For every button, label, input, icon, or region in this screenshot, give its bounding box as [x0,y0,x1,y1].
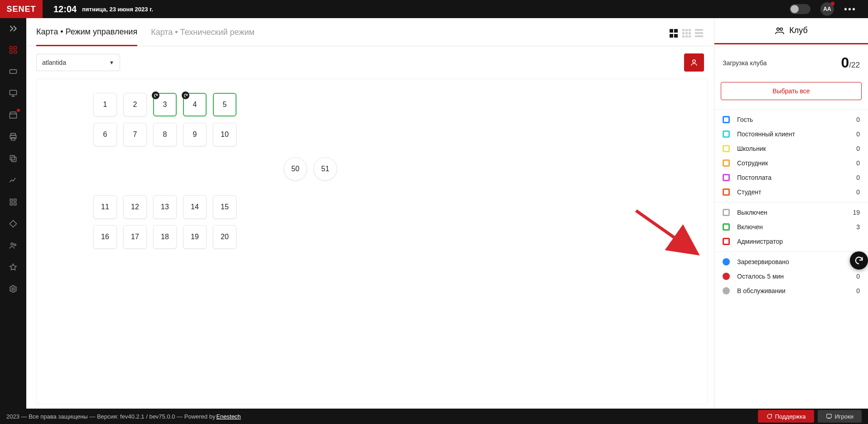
clock: 12:04 [53,4,77,14]
select-all-button[interactable]: Выбрать все [721,82,862,100]
seat-12[interactable]: 12 [123,195,147,219]
svg-point-20 [780,28,783,30]
legend-item[interactable]: Осталось 5 мин0 [714,269,868,284]
legend-swatch [723,287,730,294]
tab-map-manage[interactable]: Карта • Режим управления [36,27,137,46]
seat-19[interactable]: 19 [183,225,207,249]
nav-sidebar [0,18,26,409]
legend-count: 19 [853,209,860,216]
nav-settings[interactable] [0,278,26,300]
seat-17[interactable]: 17 [123,225,147,249]
nav-stats[interactable] [0,169,26,191]
nav-apps[interactable] [0,191,26,213]
legend-label: Гость [737,116,753,123]
seat-10[interactable]: 10 [213,123,236,146]
legend-item[interactable]: Студент0 [714,185,868,199]
location-select-value: atlantida [42,59,66,66]
nav-users[interactable] [0,235,26,256]
sync-icon [152,92,159,99]
nav-print[interactable] [0,126,26,148]
legend-item[interactable]: Постоянный клиент0 [714,127,868,141]
seat-14[interactable]: 14 [183,195,207,219]
legend-count: 0 [856,130,860,138]
seat-4[interactable]: 4 [183,93,207,116]
seat-map-scroll[interactable]: 12345678910505111121314151617181920 [37,79,707,404]
seat-1[interactable]: 1 [93,93,117,116]
svg-rect-11 [10,199,12,201]
seat-8[interactable]: 8 [153,123,177,146]
legend-item[interactable]: Школьник0 [714,141,868,156]
seat-51[interactable]: 51 [313,157,337,181]
chat-icon [826,413,832,419]
nav-map[interactable] [0,39,26,61]
legend-label: Студент [737,188,761,196]
svg-rect-10 [10,155,14,160]
club-load-current: 0 [841,54,849,71]
theme-toggle[interactable] [790,4,810,14]
svg-rect-1 [14,47,17,49]
legend-item[interactable]: Сотрудник0 [714,156,868,170]
legend-label: Школьник [737,145,766,152]
legend-label: Осталось 5 мин [737,273,784,280]
seat-20[interactable]: 20 [213,225,236,249]
seat-map: 12345678910505111121314151617181920 [36,79,708,404]
more-menu-icon[interactable]: ••• [844,4,856,14]
collapse-sidebar-icon[interactable] [0,18,26,39]
footer-text: 2023 — Все права защищены — Версия: fev4… [6,413,215,420]
seat-11[interactable]: 11 [93,195,117,219]
svg-rect-3 [14,51,17,53]
svg-point-19 [777,28,780,30]
legend-item[interactable]: Включен3 [714,220,868,234]
legend-label: В обслуживании [737,287,786,294]
seat-9[interactable]: 9 [183,123,207,146]
seat-3[interactable]: 3 [153,93,177,116]
seat-50[interactable]: 50 [284,157,307,181]
nav-shop[interactable] [0,104,26,126]
footer-link[interactable]: Enestech [216,413,241,420]
nav-tags[interactable] [0,213,26,235]
refresh-fab[interactable] [850,251,868,270]
legend-item[interactable]: Выключен19 [714,205,868,220]
nav-favorites[interactable] [0,256,26,278]
user-avatar[interactable]: AA [820,2,834,16]
location-select[interactable]: atlantida ▼ [36,54,120,71]
nav-computers[interactable] [0,82,26,104]
legend-item[interactable]: Постоплата0 [714,170,868,185]
app-logo[interactable]: SENET [0,0,43,18]
seat-16[interactable]: 16 [93,225,117,249]
seat-2[interactable]: 2 [123,93,147,116]
seat-13[interactable]: 13 [153,195,177,219]
seat-5[interactable]: 5 [213,93,236,116]
svg-rect-21 [826,414,831,418]
seat-18[interactable]: 18 [153,225,177,249]
date: пятница, 23 июня 2023 г. [82,6,153,13]
view-grid-small-icon[interactable] [682,29,691,38]
seat-7[interactable]: 7 [123,123,147,146]
nav-sessions[interactable] [0,61,26,82]
legend-item[interactable]: Администратор [714,234,868,249]
players-button[interactable]: Игроки [818,410,862,423]
legend-label: Включен [737,223,763,231]
legend-swatch [723,159,730,167]
legend-label: Постоянный клиент [737,130,795,138]
players-label: Игроки [835,413,854,420]
svg-point-16 [14,244,16,246]
tab-map-tech[interactable]: Карта • Технический режим [151,28,255,45]
legend-swatch [723,188,730,196]
club-load-label: Загрузка клуба [723,59,767,67]
nav-copy[interactable] [0,148,26,169]
legend-item[interactable]: Гость0 [714,112,868,127]
svg-rect-4 [10,70,17,73]
seat-15[interactable]: 15 [213,195,236,219]
seat-6[interactable]: 6 [93,123,117,146]
avatar-notification-dot [831,2,834,5]
legend-swatch [723,238,730,245]
view-grid-icon[interactable] [670,29,679,38]
legend-item[interactable]: Зарезервировано0 [714,255,868,269]
refresh-icon [854,255,864,265]
add-guest-button[interactable] [684,53,704,72]
legend-swatch [723,209,730,216]
legend-item[interactable]: В обслуживании0 [714,284,868,298]
support-button[interactable]: Поддержка [758,410,814,423]
view-list-icon[interactable] [695,29,704,38]
